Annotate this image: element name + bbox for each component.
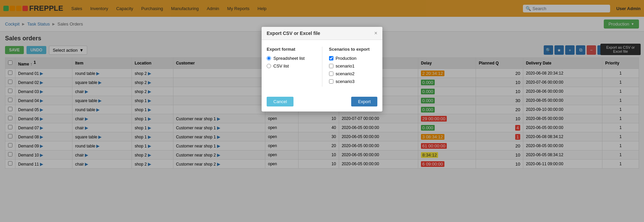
check-scenario2[interactable]: scenario2 (329, 71, 378, 76)
modal-footer: Cancel Export (262, 93, 382, 112)
check-scenario2-input[interactable] (329, 72, 333, 76)
radio-csv-label: CSV list (273, 63, 289, 69)
radio-spreadsheet[interactable]: Spreadsheet list (267, 56, 315, 61)
modal-close-button[interactable]: × (374, 30, 377, 36)
radio-csv[interactable]: CSV list (267, 63, 315, 69)
modal-title: Export CSV or Excel file (267, 31, 320, 36)
radio-csv-input[interactable] (267, 64, 271, 68)
scenarios-col-title: Scenarios to export (329, 47, 378, 52)
check-production-label: Production (336, 56, 357, 61)
check-scenario3-input[interactable] (329, 79, 333, 84)
modal-divider (322, 47, 322, 87)
check-scenario1-label: scenario1 (336, 63, 355, 69)
check-scenario3-label: scenario3 (336, 79, 355, 84)
check-scenario2-label: scenario2 (336, 71, 355, 76)
export-modal: Export CSV or Excel file × Export format… (262, 27, 382, 112)
modal-columns: Export format Spreadsheet list CSV list … (267, 47, 377, 87)
modal-scenarios-col: Scenarios to export Production scenario1… (329, 47, 378, 87)
check-production-input[interactable] (329, 56, 333, 60)
modal-body: Export format Spreadsheet list CSV list … (262, 40, 382, 93)
modal-format-col: Export format Spreadsheet list CSV list (267, 47, 315, 87)
radio-spreadsheet-input[interactable] (267, 56, 271, 60)
format-col-title: Export format (267, 47, 315, 52)
modal-overlay: Export CSV or Excel file × Export format… (0, 0, 644, 172)
check-scenario1-input[interactable] (329, 64, 333, 68)
check-scenario3[interactable]: scenario3 (329, 79, 378, 84)
radio-spreadsheet-label: Spreadsheet list (273, 56, 305, 61)
cancel-button[interactable]: Cancel (267, 97, 293, 106)
check-production[interactable]: Production (329, 56, 378, 61)
check-scenario1[interactable]: scenario1 (329, 63, 378, 69)
export-button[interactable]: Export (351, 97, 377, 106)
modal-header: Export CSV or Excel file × (262, 27, 382, 40)
